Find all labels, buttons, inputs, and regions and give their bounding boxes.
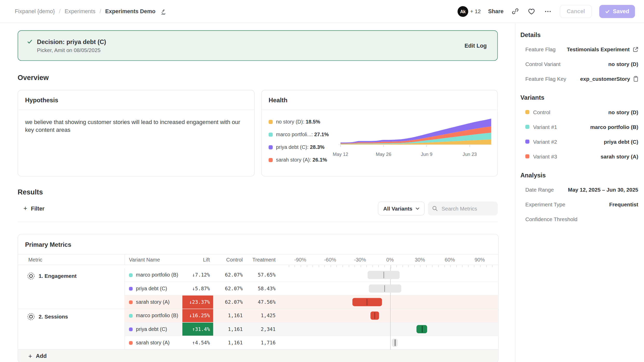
variant-row[interactable]: sarah story (A)↓23.37%62.07%47.56%: [125, 295, 498, 309]
breadcrumb-item[interactable]: Fixpanel {demo}: [15, 8, 55, 15]
ruler-tick: [432, 265, 433, 267]
more-options-icon[interactable]: [543, 7, 552, 16]
table-header: Metric Variant Name Lift Control Treatme…: [18, 255, 498, 265]
zero-line: [390, 322, 390, 336]
primary-metrics-title: Primary Metrics: [18, 234, 498, 254]
breadcrumb-item[interactable]: Experiments: [65, 8, 95, 15]
lift-cell: ↓16.25%: [182, 309, 213, 322]
analysis-row: Experiment TypeFrequentist: [525, 200, 638, 208]
ruler-tick: [348, 265, 349, 267]
ruler-tick: [331, 265, 331, 267]
lift-axis-label: 60%: [445, 257, 455, 262]
details-value-text: no story (D): [608, 61, 638, 67]
variant-swatch: [129, 300, 132, 304]
variant-key: Variant #3: [525, 153, 557, 160]
variant-swatch: [525, 125, 529, 129]
analysis-section: Analysis Date RangeMay 12, 2025 – Jun 30…: [520, 172, 638, 223]
collaborator-avatars[interactable]: Ak + 12: [457, 6, 481, 17]
main-content: Decision: priya debt (C) Picker, Amit on…: [0, 23, 515, 362]
lift-axis-label: 0%: [386, 257, 394, 262]
lift-cell: ↓5.87%: [182, 282, 213, 295]
ruler-tick: [337, 265, 337, 267]
confidence-interval-cell: [279, 336, 498, 349]
health-body: no story (D): 18.5%marco portfoli...: 27…: [262, 110, 497, 177]
lift-axis-label: -60%: [324, 257, 336, 262]
metric-group: 1. Engagementmarco portfolio (B)↓7.12%62…: [18, 269, 498, 309]
health-card: Health no story (D): 18.5%marco portfoli…: [261, 90, 498, 176]
saved-button[interactable]: Saved: [599, 5, 635, 18]
treatment-cell: 57.65%: [246, 272, 279, 278]
variant-mapping-row: Variant #2priya debt (C): [525, 137, 638, 146]
col-header-metric: Metric: [18, 255, 125, 265]
avatar[interactable]: Ak: [457, 6, 468, 17]
x-axis-tick-label: Jun 9: [421, 152, 432, 157]
health-x-axis-labels: May 12May 26Jun 9Jun 23: [338, 152, 492, 158]
metrics-search-input[interactable]: [441, 205, 492, 212]
variant-row[interactable]: marco portfolio (B)↓7.12%62.07%57.65%: [125, 269, 498, 282]
share-button[interactable]: Share: [488, 8, 503, 15]
legend-swatch: [269, 120, 273, 124]
metric-cell[interactable]: 1. Engagement: [18, 269, 125, 309]
top-bar: Fixpanel {demo}/Experiments/Experiments …: [0, 0, 644, 23]
lift-cell: ↑4.54%: [182, 336, 213, 349]
variant-swatch: [129, 327, 132, 331]
details-row: Control Variantno story (D): [525, 60, 638, 68]
variant-name-cell: sarah story (A): [125, 340, 183, 345]
lift-axis-labels: -90%-60%-30%0%30%60%90%: [279, 255, 498, 265]
variant-row[interactable]: marco portfolio (B)↓16.25%1,1611,425: [125, 309, 498, 322]
legend-value: 27.1%: [314, 132, 329, 137]
hypothesis-body: we believe that showing customer stories…: [18, 110, 254, 142]
control-cell: 62.07%: [213, 299, 246, 305]
variants-section: Variants Controlno story (D)Variant #1ma…: [520, 94, 638, 161]
details-section: Details Feature FlagTestimonials Experim…: [520, 31, 638, 83]
check-icon: [605, 9, 610, 14]
ruler-tick: [420, 265, 421, 267]
analysis-rows: Date RangeMay 12, 2025 – Jun 30, 2025Exp…: [520, 185, 638, 223]
details-value: no story (D): [608, 61, 638, 67]
add-metric-button[interactable]: + Add: [28, 353, 47, 359]
ruler-tick: [325, 265, 325, 267]
table-footer: + Add: [18, 349, 498, 362]
lift-cell: ↓23.37%: [182, 295, 213, 309]
health-title: Health: [262, 90, 497, 110]
filter-label: Filter: [31, 205, 44, 212]
cancel-button[interactable]: Cancel: [560, 5, 592, 18]
metric-cell[interactable]: 2. Sessions: [18, 309, 125, 349]
add-label: Add: [36, 353, 47, 359]
metric-variant-rows: marco portfolio (B)↓7.12%62.07%57.65%pri…: [125, 269, 498, 309]
edit-log-button[interactable]: Edit Log: [465, 42, 487, 49]
variants-filter-label: All Variants: [383, 205, 412, 212]
ruler-tick: [462, 265, 463, 267]
legend-value: 18.5%: [306, 119, 320, 125]
legend-value: 28.3%: [310, 144, 325, 150]
metric-name: 2. Sessions: [39, 313, 68, 321]
variant-name-cell: priya debt (C): [125, 286, 183, 291]
variant-key-label: Variant #1: [533, 124, 557, 130]
control-cell: 1,161: [213, 340, 246, 345]
legend-item: sarah story (A): 26.1%: [269, 157, 329, 163]
lift-marker: [383, 272, 384, 278]
breadcrumb: Fixpanel {demo}/Experiments/Experiments …: [15, 8, 166, 15]
ruler-tick: [289, 265, 289, 267]
variant-row[interactable]: priya debt (C)↓5.87%62.07%58.43%: [125, 281, 498, 295]
ruler-tick: [384, 265, 385, 267]
hypothesis-card: Hypothesis we believe that showing custo…: [18, 90, 255, 176]
clipboard-icon[interactable]: [633, 76, 638, 82]
variant-row[interactable]: sarah story (A)↑4.54%1,1611,716: [125, 336, 498, 349]
confidence-interval-cell: [279, 309, 498, 322]
ruler-tick: [468, 265, 469, 267]
experiments-page: Fixpanel {demo}/Experiments/Experiments …: [0, 0, 644, 362]
copy-link-icon[interactable]: [511, 7, 520, 16]
legend-item: priya debt (C): 28.3%: [269, 144, 329, 150]
add-filter-button[interactable]: + Filter: [18, 205, 45, 212]
variant-key: Variant #1: [525, 124, 557, 130]
metrics-search[interactable]: [428, 201, 498, 215]
variants-filter-dropdown[interactable]: All Variants: [378, 201, 425, 215]
favorite-heart-icon[interactable]: [527, 7, 536, 16]
legend-item: marco portfoli...: 27.1%: [269, 132, 329, 137]
variant-row[interactable]: priya debt (C)↑31.4%1,1612,341: [125, 322, 498, 336]
ruler-tick: [426, 265, 427, 267]
external-link-icon[interactable]: [633, 47, 638, 52]
ruler-tick: [444, 265, 445, 267]
variant-key-label: Control: [533, 109, 550, 115]
